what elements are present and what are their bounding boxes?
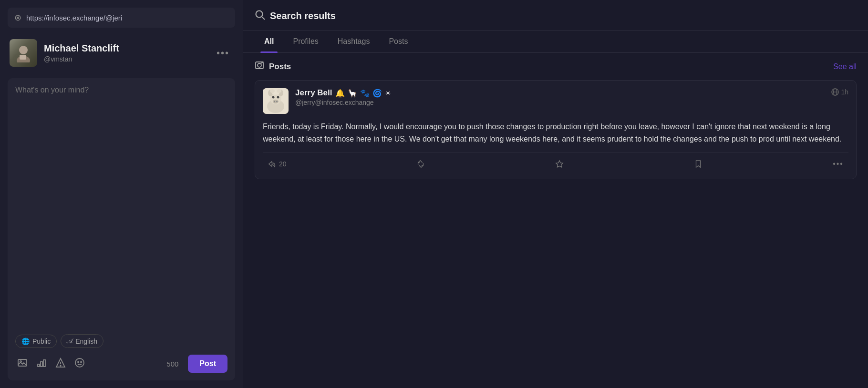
favourite-button[interactable] [550, 157, 568, 171]
post-more-button[interactable]: ••• [828, 157, 848, 171]
svg-rect-3 [18, 359, 27, 366]
svg-point-24 [277, 96, 279, 99]
svg-point-27 [276, 101, 278, 102]
svg-rect-6 [41, 362, 42, 367]
avatar [10, 39, 37, 67]
boost-button[interactable] [412, 157, 430, 171]
compose-box: 🌐 Public 𝒜 English [8, 78, 235, 380]
svg-line-14 [262, 17, 265, 20]
badge-llama: 🦙 [348, 89, 357, 98]
post-card: Jerry Bell 🔔 🦙 🐾 🌀 ✴ @jerry@infosec.exch… [255, 80, 857, 179]
close-icon[interactable]: ⊗ [14, 12, 21, 23]
badge-paw: 🐾 [360, 89, 370, 98]
reply-button[interactable]: 20 [263, 157, 291, 171]
emoji-button[interactable] [72, 356, 87, 372]
right-panel: Search results All Profiles Hashtags Pos… [243, 0, 868, 388]
search-header: Search results [243, 0, 868, 31]
post-avatar [263, 88, 289, 114]
svg-point-10 [75, 358, 84, 367]
compose-textarea[interactable] [15, 86, 227, 327]
globe-small-icon [831, 88, 839, 96]
posts-section-icon [255, 61, 264, 72]
badge-bell: 🔔 [335, 89, 345, 98]
public-label: Public [32, 337, 51, 345]
profile-more-button[interactable]: ••• [213, 46, 233, 61]
more-icon: ••• [833, 160, 844, 168]
compose-options: 🌐 Public 𝒜 English [15, 334, 227, 348]
globe-icon: 🌐 [21, 337, 30, 345]
post-name-row: Jerry Bell 🔔 🦙 🐾 🌀 ✴ [295, 88, 825, 98]
compose-toolbar: 500 Post [15, 355, 227, 373]
bookmark-icon [694, 160, 703, 168]
svg-point-29 [270, 89, 275, 93]
svg-rect-2 [20, 55, 26, 60]
section-header: Posts See all [255, 61, 857, 72]
svg-point-23 [272, 96, 275, 99]
url-bar[interactable]: ⊗ https://infosec.exchange/@jeri [8, 8, 235, 28]
section-label: Posts [255, 61, 291, 72]
post-avatar-image [263, 88, 289, 114]
svg-point-9 [60, 365, 61, 366]
svg-point-30 [277, 89, 281, 93]
language-button[interactable]: 𝒜 English [61, 334, 103, 348]
svg-rect-5 [38, 364, 40, 367]
svg-point-16 [258, 63, 261, 67]
reply-icon [268, 160, 276, 168]
poll-button[interactable] [34, 356, 49, 372]
post-body: Friends, today is Friday. Normally, I wo… [263, 121, 848, 145]
media-attach-button[interactable] [15, 356, 30, 372]
svg-point-11 [78, 361, 79, 362]
avatar-image [10, 39, 37, 67]
post-button[interactable]: Post [188, 355, 227, 373]
tab-posts[interactable]: Posts [379, 31, 417, 52]
post-handle: @jerry@infosec.exchange [295, 99, 825, 106]
post-header: Jerry Bell 🔔 🦙 🐾 🌀 ✴ @jerry@infosec.exch… [263, 88, 848, 114]
post-time: 1h [831, 88, 848, 96]
warning-button[interactable] [53, 356, 68, 372]
profile-handle: @vmstan [44, 55, 119, 63]
search-icon [255, 10, 265, 22]
svg-point-25 [273, 100, 279, 103]
svg-point-0 [19, 46, 28, 54]
see-all-button[interactable]: See all [833, 62, 857, 71]
tab-profiles[interactable]: Profiles [283, 31, 328, 52]
visibility-public-button[interactable]: 🌐 Public [15, 335, 57, 348]
profile-name: Michael Stanclift [44, 43, 119, 54]
badge-swirl: 🌀 [372, 89, 382, 98]
badge-star: ✴ [385, 89, 391, 98]
star-icon [555, 160, 564, 168]
tab-hashtags[interactable]: Hashtags [328, 31, 380, 52]
bookmark-button[interactable] [689, 157, 707, 171]
svg-rect-7 [43, 360, 45, 367]
translate-icon: 𝒜 [67, 337, 72, 345]
svg-point-13 [256, 11, 263, 18]
search-tabs: All Profiles Hashtags Posts [243, 31, 868, 53]
boost-icon [416, 160, 425, 168]
left-panel: ⊗ https://infosec.exchange/@jeri Michael… [0, 0, 243, 388]
profile-info: Michael Stanclift @vmstan [44, 43, 119, 63]
posts-section-label: Posts [269, 62, 291, 71]
language-label: English [75, 337, 97, 345]
tab-all[interactable]: All [255, 31, 283, 52]
search-title: Search results [270, 10, 336, 21]
char-count: 500 [166, 360, 178, 368]
svg-point-26 [274, 101, 275, 102]
svg-point-12 [81, 361, 82, 362]
post-actions: 20 [263, 153, 848, 171]
post-author-name: Jerry Bell [295, 88, 332, 98]
results-section: Posts See all [243, 53, 868, 388]
profile-card: Michael Stanclift @vmstan ••• [8, 33, 235, 72]
url-text: https://infosec.exchange/@jeri [26, 14, 122, 22]
post-meta: Jerry Bell 🔔 🦙 🐾 🌀 ✴ @jerry@infosec.exch… [295, 88, 825, 106]
